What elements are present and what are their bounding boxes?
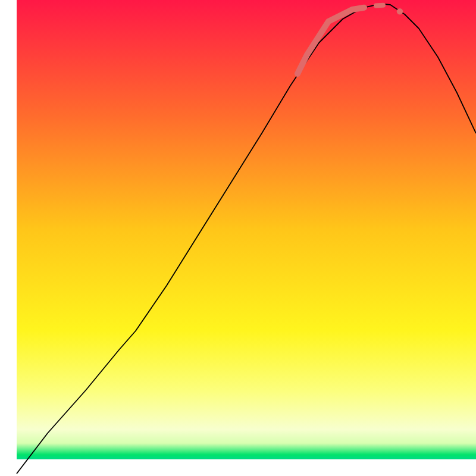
- chart-canvas: [0, 0, 476, 476]
- series-highlight-dash: [376, 5, 383, 6]
- point-highlight-dot: [397, 8, 403, 14]
- bottleneck-chart: TheBottleneck.com: [0, 0, 476, 476]
- points-layer: [397, 8, 403, 14]
